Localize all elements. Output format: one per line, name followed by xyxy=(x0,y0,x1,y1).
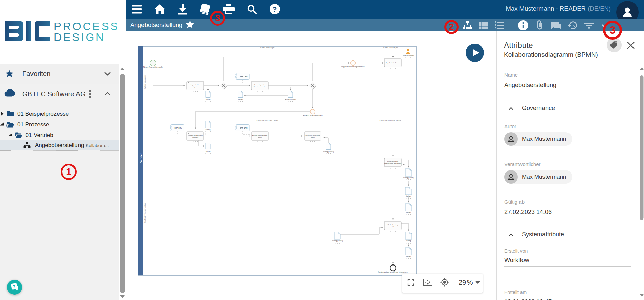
svg-text:Sales Manager: Sales Manager xyxy=(402,54,414,56)
svg-text:Technische Umsetzung: Technische Umsetzung xyxy=(305,134,320,136)
svg-text:Max Mustermann - READER (DE/EN: Max Mustermann - READER (DE/EN) xyxy=(506,5,611,12)
svg-text:01 Vertrieb: 01 Vertrieb xyxy=(26,132,53,138)
svg-text:ERP CRM: ERP CRM xyxy=(240,75,248,77)
svg-text:?: ? xyxy=(273,5,277,13)
svg-text:Angebotsdaten: Angebotsdaten xyxy=(191,84,201,86)
svg-text:29%: 29% xyxy=(459,279,473,286)
svg-text:eingeben: eingeben xyxy=(192,136,198,138)
svg-text:Angebot ist angenommen: Angebot ist angenommen xyxy=(303,114,323,116)
svg-text:Kaufmännischer Leiter: Kaufmännischer Leiter xyxy=(379,119,402,122)
svg-text:Sales Manager: Sales Manager xyxy=(144,75,146,89)
svg-text:klären: klären xyxy=(311,136,315,138)
svg-text:erstellen: erstellen xyxy=(390,226,396,228)
svg-text:Eingang des Auftrages: Eingang des Auftrages xyxy=(188,134,202,136)
svg-text:DESIGN: DESIGN xyxy=(54,31,105,43)
svg-text:Vertrieb: Vertrieb xyxy=(140,153,143,163)
svg-text:Vertrag: Vertrag xyxy=(406,212,411,213)
svg-text:Auftrag (Kunde): Auftrag (Kunde) xyxy=(403,177,414,179)
svg-text:3: 3 xyxy=(495,27,496,30)
svg-text:PROCESS: PROCESS xyxy=(54,21,119,32)
svg-text:Sales Manager: Sales Manager xyxy=(383,46,398,49)
svg-text:Kaufmännischer Leiter: Kaufmännischer Leiter xyxy=(144,203,146,223)
svg-text:Angebot ist nicht angenommen: Angebot ist nicht angenommen xyxy=(341,66,365,68)
svg-text:Sales Manager: Sales Manager xyxy=(260,46,275,49)
svg-text:Neues Angebot an: Neues Angebot an xyxy=(254,84,266,86)
svg-text:Vertrag: Vertrag xyxy=(206,129,211,131)
svg-text:Auftrag (Kunde): Auftrag (Kunde) xyxy=(332,240,343,242)
svg-text:Vertrag: Vertrag xyxy=(406,195,411,197)
svg-text:Neues Angebot ist erstellt: Neues Angebot ist erstellt xyxy=(143,66,163,68)
svg-text:prüfen: prüfen xyxy=(258,136,262,138)
svg-text:Auftrag (Kunde): Auftrag (Kunde) xyxy=(285,99,296,100)
svg-text:GBTEC Software AG: GBTEC Software AG xyxy=(22,90,86,98)
svg-text:Vertrag: Vertrag xyxy=(206,99,211,100)
svg-text:Auftrag (Kunde): Auftrag (Kunde) xyxy=(323,151,334,153)
svg-text:Angebot aktualisieren: Angebot aktualisieren xyxy=(386,62,400,64)
svg-text:Vertrag: Vertrag xyxy=(406,240,411,242)
svg-text:Auftrag gegen Angebot: Auftrag gegen Angebot xyxy=(252,134,268,136)
svg-text:Angebotserstellung: Angebotserstellung xyxy=(130,22,182,28)
svg-text:Favoriten: Favoriten xyxy=(22,70,50,77)
svg-text:ERP CRM: ERP CRM xyxy=(240,127,248,129)
svg-text:Kundenauftrag geprüft und frei: Kundenauftrag geprüft und freigegeben xyxy=(378,271,408,273)
svg-text:Kunden versenden: Kunden versenden xyxy=(254,86,266,88)
svg-text:eingeben: eingeben xyxy=(192,86,198,88)
svg-text:Angebotserstellung Kollabora..: Angebotserstellung Kollabora... xyxy=(35,142,109,148)
svg-text:Vertrag: Vertrag xyxy=(406,256,411,257)
svg-text:Kaufmännischer Leiter: Kaufmännischer Leiter xyxy=(256,119,279,122)
svg-text:01 Beispielprozesse: 01 Beispielprozesse xyxy=(17,111,69,117)
svg-text:Vertrag: Vertrag xyxy=(238,99,243,100)
svg-text:01 Prozesse: 01 Prozesse xyxy=(17,121,49,128)
svg-text:Verkaufsvertrag: Verkaufsvertrag xyxy=(388,224,398,226)
svg-text:Bedarfsträger durchführen: Bedarfsträger durchführen xyxy=(384,163,402,164)
svg-text:Rücksprache mit: Rücksprache mit xyxy=(387,161,399,162)
svg-text:Vertrag: Vertrag xyxy=(206,151,211,152)
svg-text:ERP CRM: ERP CRM xyxy=(175,127,182,129)
